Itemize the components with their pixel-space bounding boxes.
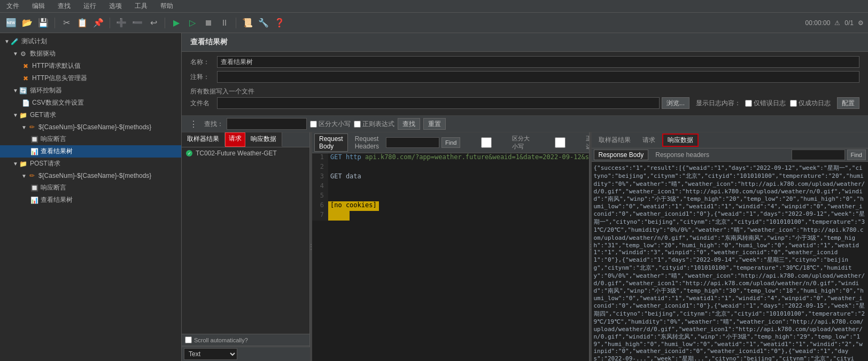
- tree-item-http-header[interactable]: ✖ HTTP信息头管理器: [0, 72, 181, 84]
- search-label: 查找：: [204, 120, 223, 129]
- name-input[interactable]: [217, 56, 859, 68]
- status-dot-success: ✓: [186, 150, 192, 156]
- stop-btn[interactable]: ⏹: [201, 16, 215, 30]
- comment-input[interactable]: [217, 71, 859, 83]
- separator-1: [55, 18, 55, 28]
- tree-item-post[interactable]: ▼ 📁 POST请求: [0, 158, 181, 170]
- line-num-6: 6: [312, 201, 328, 211]
- code-line-4: 4: [312, 182, 589, 192]
- toolbar-time-area: 00:00:00 ⚠ 0/1 ⚙: [805, 19, 864, 27]
- tab-request[interactable]: 请求: [225, 132, 245, 147]
- search-bar: ⋮ 查找： 区分大小写 正则表达式 查找 重置: [182, 116, 868, 132]
- error-only-checkbox[interactable]: 仅错误日志: [745, 99, 786, 108]
- config-btn[interactable]: 配置: [837, 97, 859, 109]
- request-body-tab[interactable]: Request Body: [314, 134, 348, 152]
- script-btn[interactable]: 📜: [241, 16, 254, 30]
- browse-btn[interactable]: 浏览...: [662, 97, 689, 109]
- tree-item-loop[interactable]: ▼ 🔄 循环控制器: [0, 84, 181, 97]
- request-find-btn[interactable]: Find: [441, 137, 460, 148]
- tree-item-csv[interactable]: 📄 CSV数据文件设置: [0, 97, 181, 109]
- cut-btn[interactable]: ✂: [59, 16, 73, 30]
- menu-find[interactable]: 查找: [56, 1, 73, 12]
- result-item-1[interactable]: ✓ TC002-Future Weather-GET: [182, 147, 309, 159]
- request-code-area: 1 GET http api.k780.com/?app=weather.fut…: [312, 153, 589, 361]
- response-body-tabs-bar: Response Body Response headers Find: [592, 148, 869, 162]
- dots-menu-top[interactable]: ⋮: [186, 119, 201, 129]
- menu-help[interactable]: 帮助: [158, 1, 175, 12]
- resp-sampler-tab[interactable]: 取样器结果: [594, 134, 636, 146]
- success-only-label: 仅成功日志: [799, 99, 831, 108]
- tree-item-data-drive[interactable]: ▼ ⚙ 数据驱动: [0, 48, 181, 60]
- chevron-icon: ▼: [13, 88, 18, 93]
- new-btn[interactable]: 🆕: [4, 16, 18, 30]
- help-icon-btn[interactable]: ❓: [273, 16, 286, 30]
- format-bar: Text Raw HTML JSON XML: [182, 347, 310, 361]
- case-sensitive-check[interactable]: 区分大小写: [310, 120, 351, 129]
- tree-item-assert-2[interactable]: 🔲 响应断言: [0, 182, 181, 194]
- req-regex-check[interactable]: 正则表达式: [536, 135, 589, 151]
- menu-edit[interactable]: 编辑: [30, 1, 47, 12]
- tree-item-view-result-2[interactable]: 📊 查看结果树: [0, 194, 181, 206]
- save-btn[interactable]: 💾: [36, 16, 50, 30]
- gear-icon: ⚙: [19, 50, 28, 58]
- add-btn[interactable]: ➕: [114, 16, 128, 30]
- code-line-2: 2: [312, 163, 589, 172]
- resp-find-btn[interactable]: Find: [847, 150, 866, 160]
- tree-item-assert-1[interactable]: 🔲 响应断言: [0, 133, 181, 145]
- paste-btn[interactable]: 📌: [91, 16, 105, 30]
- tree-item-get[interactable]: ▼ 📁 GET请求: [0, 109, 181, 121]
- scroll-auto-label: Scroll automatically?: [194, 337, 248, 343]
- stop2-btn[interactable]: ⏸: [218, 16, 231, 30]
- tree-item-get-case[interactable]: ▼ ✏ ${CaseNum}-${CaseName}-${methods}: [0, 121, 181, 133]
- menu-options[interactable]: 选项: [107, 1, 124, 12]
- chevron-icon: ▼: [21, 173, 27, 179]
- settings-icon[interactable]: ⚙: [858, 19, 864, 27]
- menu-run[interactable]: 运行: [81, 1, 98, 12]
- reset-btn[interactable]: 重置: [423, 118, 446, 130]
- request-search-input[interactable]: [386, 137, 439, 148]
- tree-item-view-result-1[interactable]: 📊 查看结果树: [0, 145, 181, 158]
- split-area: 取样器结果 请求 响应数据 ✓ TC002-Future Weather-GET…: [182, 132, 868, 361]
- run-btn[interactable]: ▶: [169, 16, 183, 30]
- response-panel: 取样器结果 请求 响应数据 Response Body Response hea…: [592, 132, 869, 361]
- time-display: 00:00:00: [805, 19, 831, 27]
- log-display-text: 显示日志内容：: [696, 99, 741, 108]
- open-btn[interactable]: 📂: [20, 16, 34, 30]
- tab-response[interactable]: 响应数据: [245, 132, 282, 147]
- resp-search-area: Find: [792, 150, 866, 160]
- resp-request-tab[interactable]: 请求: [638, 134, 660, 146]
- response-body-tab[interactable]: Response Body: [594, 150, 649, 160]
- tree-item-label: HTTP信息头管理器: [32, 74, 87, 83]
- request-headers-tab[interactable]: Request Headers: [350, 134, 384, 152]
- search-input[interactable]: [227, 118, 307, 130]
- tab-sampler[interactable]: 取样器结果: [182, 132, 225, 147]
- tree-item-test-plan[interactable]: ▼ 🧪 测试计划: [0, 35, 181, 48]
- req-case-check[interactable]: 区分大小写: [462, 135, 534, 151]
- run-all-btn[interactable]: ▷: [185, 16, 199, 30]
- resp-search-input[interactable]: [792, 150, 845, 160]
- http-get-icon: ✏: [28, 123, 36, 131]
- filename-input[interactable]: [217, 97, 660, 109]
- code-line-3: 3 GET data: [312, 172, 589, 182]
- error-only-check[interactable]: [745, 100, 752, 107]
- tree-item-http-default[interactable]: ✖ HTTP请求默认值: [0, 60, 181, 72]
- resp-response-tab[interactable]: 响应数据: [662, 134, 699, 147]
- regex-check[interactable]: 正则表达式: [354, 120, 394, 129]
- success-only-check[interactable]: [790, 100, 797, 107]
- format-select[interactable]: Text Raw HTML JSON XML: [184, 348, 237, 360]
- script2-btn[interactable]: 🔧: [257, 16, 270, 30]
- find-btn[interactable]: 查找: [398, 118, 420, 130]
- copy-btn[interactable]: 📋: [75, 16, 89, 30]
- menu-file[interactable]: 文件: [4, 1, 21, 12]
- tree-item-post-case[interactable]: ▼ ✏ ${CaseNum}-${CaseName}-${methods}: [0, 170, 181, 182]
- tree-item-label: 响应断言: [41, 135, 66, 144]
- response-headers-tab[interactable]: Response headers: [650, 150, 714, 160]
- success-only-checkbox[interactable]: 仅成功日志: [790, 99, 831, 108]
- result-tree-list: ✓ TC002-Future Weather-GET: [182, 147, 309, 334]
- undo-btn[interactable]: ↩: [146, 16, 160, 30]
- line-num-5: 5: [312, 192, 328, 201]
- menu-tools[interactable]: 工具: [133, 1, 150, 12]
- remove-btn[interactable]: ➖: [130, 16, 144, 30]
- line-content-4: [328, 182, 332, 192]
- scroll-auto-check[interactable]: [185, 336, 192, 343]
